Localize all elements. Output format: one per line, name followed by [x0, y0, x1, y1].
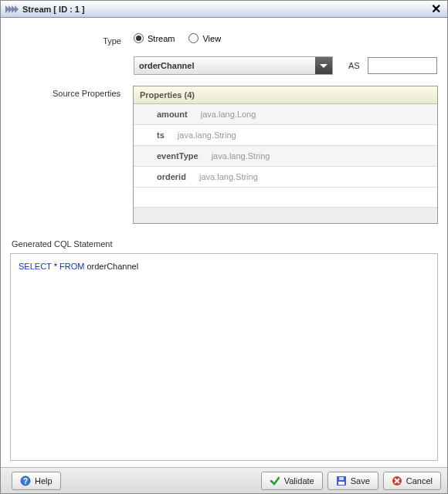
radio-view[interactable]: View	[188, 33, 221, 43]
properties-panel: Properties (4) amount java.lang.Long ts …	[133, 86, 438, 224]
cql-keyword-select: SELECT	[19, 262, 52, 271]
prop-name: amount	[157, 110, 188, 119]
prop-type: java.lang.String	[178, 130, 236, 140]
radio-stream[interactable]: Stream	[134, 33, 175, 43]
help-button[interactable]: ? Help	[12, 472, 61, 490]
cql-keyword-from: FROM	[59, 262, 84, 271]
save-icon	[336, 475, 347, 486]
radio-icon	[134, 33, 144, 43]
dialog-body: Type Stream View orderChannel AS Source …	[1, 18, 447, 467]
table-row-empty	[134, 188, 437, 208]
properties-header: Properties (4)	[134, 86, 437, 104]
as-input[interactable]	[368, 57, 437, 74]
row-type: Type Stream View	[10, 33, 438, 46]
titlebar: Stream [ ID : 1 ] ✕	[1, 1, 447, 18]
label-generated-cql: Generated CQL Statement	[12, 239, 438, 249]
table-row[interactable]: eventType java.lang.String	[134, 146, 437, 167]
save-button-label: Save	[351, 476, 370, 486]
window-title: Stream [ ID : 1 ]	[22, 5, 429, 14]
svg-rect-4	[339, 477, 344, 480]
source-field: orderChannel AS	[134, 56, 438, 75]
save-button[interactable]: Save	[328, 472, 378, 490]
prop-name: eventType	[157, 151, 199, 161]
cancel-button-label: Cancel	[406, 476, 433, 486]
svg-text:?: ?	[23, 477, 28, 486]
table-row[interactable]: amount java.lang.Long	[134, 104, 437, 125]
help-icon: ?	[20, 475, 31, 486]
table-row[interactable]: ts java.lang.String	[134, 125, 437, 146]
validate-button[interactable]: Validate	[261, 472, 323, 490]
cql-table: orderChannel	[87, 262, 138, 271]
radio-icon	[188, 33, 199, 43]
radio-stream-label: Stream	[148, 34, 175, 43]
cql-statement-box[interactable]: SELECT * FROM orderChannel	[10, 253, 438, 461]
prop-type: java.lang.String	[212, 151, 270, 161]
row-source: orderChannel AS	[10, 56, 438, 75]
cancel-icon	[392, 475, 402, 486]
table-row[interactable]: orderid java.lang.String	[134, 167, 437, 188]
label-as: AS	[348, 61, 360, 70]
svg-rect-3	[338, 482, 344, 485]
cancel-button[interactable]: Cancel	[383, 472, 441, 490]
dialog-footer: ? Help Validate Save Cancel	[1, 467, 447, 493]
row-properties: Source Properties Properties (4) amount …	[10, 86, 438, 224]
source-dropdown-value: orderChannel	[139, 61, 195, 70]
prop-type: java.lang.Long	[201, 110, 256, 119]
properties-footer	[134, 208, 437, 223]
type-radio-group: Stream View	[134, 33, 438, 43]
radio-view-label: View	[202, 34, 221, 43]
chevron-down-icon	[315, 57, 332, 74]
label-source-properties: Source Properties	[10, 86, 133, 98]
validate-button-label: Validate	[284, 476, 314, 486]
prop-name: orderid	[157, 172, 186, 181]
label-type: Type	[10, 33, 134, 46]
help-button-label: Help	[35, 476, 53, 486]
properties-table: Properties (4) amount java.lang.Long ts …	[133, 86, 438, 224]
source-dropdown[interactable]: orderChannel	[134, 56, 333, 75]
prop-name: ts	[157, 130, 165, 140]
close-icon[interactable]: ✕	[429, 2, 443, 16]
cql-star: *	[54, 262, 57, 271]
prop-type: java.lang.String	[199, 172, 258, 181]
app-chevrons-icon	[5, 5, 18, 13]
check-icon	[270, 475, 280, 486]
